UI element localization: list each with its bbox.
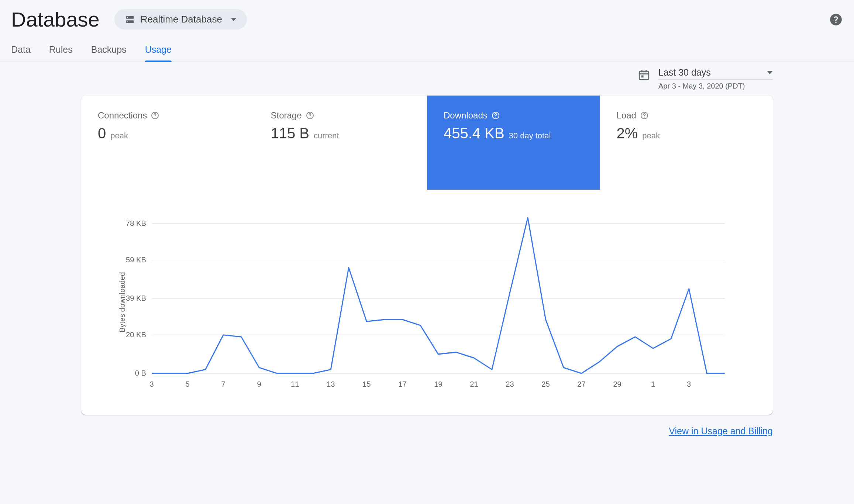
svg-point-2 bbox=[127, 17, 128, 18]
svg-text:0 B: 0 B bbox=[135, 369, 146, 377]
tab-usage[interactable]: Usage bbox=[145, 44, 172, 62]
svg-rect-9 bbox=[641, 75, 644, 77]
svg-text:39 KB: 39 KB bbox=[126, 294, 146, 302]
metric-load[interactable]: Load 2% peak bbox=[600, 96, 773, 190]
svg-text:9: 9 bbox=[257, 380, 261, 388]
metric-value: 2% bbox=[617, 125, 638, 142]
metric-sub: peak bbox=[110, 131, 128, 141]
svg-text:23: 23 bbox=[506, 380, 514, 388]
svg-text:3: 3 bbox=[687, 380, 691, 388]
svg-text:1: 1 bbox=[651, 380, 655, 388]
svg-text:3: 3 bbox=[149, 380, 154, 388]
downloads-chart: Bytes downloaded 0 B20 KB39 KB59 KB78 KB… bbox=[81, 190, 773, 415]
svg-point-3 bbox=[127, 21, 128, 22]
chevron-down-icon bbox=[767, 71, 773, 74]
database-selector-label: Realtime Database bbox=[141, 14, 222, 25]
date-range-picker[interactable]: Last 30 days Apr 3 - May 3, 2020 (PDT) bbox=[638, 67, 773, 90]
usage-card: Connections 0 peak Storage 115 B current bbox=[81, 96, 773, 415]
metric-value: 0 bbox=[98, 125, 106, 142]
tabs: Data Rules Backups Usage bbox=[0, 31, 854, 62]
calendar-icon bbox=[638, 69, 650, 81]
svg-text:20 KB: 20 KB bbox=[126, 330, 146, 339]
svg-text:17: 17 bbox=[398, 380, 406, 388]
svg-text:78 KB: 78 KB bbox=[126, 219, 146, 227]
metric-title: Connections bbox=[98, 110, 147, 121]
metric-connections[interactable]: Connections 0 peak bbox=[81, 96, 254, 190]
metric-value: 455.4 KB bbox=[444, 125, 505, 142]
date-range-label: Last 30 days bbox=[658, 67, 711, 78]
metric-value: 115 B bbox=[271, 125, 310, 142]
svg-text:59 KB: 59 KB bbox=[126, 255, 146, 264]
info-icon[interactable] bbox=[491, 111, 500, 120]
metrics-row: Connections 0 peak Storage 115 B current bbox=[81, 96, 773, 190]
view-usage-billing-link[interactable]: View in Usage and Billing bbox=[669, 426, 773, 436]
tab-data[interactable]: Data bbox=[11, 44, 31, 62]
chevron-down-icon bbox=[231, 18, 237, 21]
chart-ylabel: Bytes downloaded bbox=[118, 272, 127, 332]
page-title: Database bbox=[11, 7, 100, 31]
metric-title: Storage bbox=[271, 110, 302, 121]
metric-title: Load bbox=[617, 110, 636, 121]
metric-sub: peak bbox=[642, 131, 660, 141]
tab-rules[interactable]: Rules bbox=[49, 44, 73, 62]
info-icon[interactable] bbox=[640, 111, 649, 120]
metric-storage[interactable]: Storage 115 B current bbox=[254, 96, 427, 190]
database-icon bbox=[125, 14, 135, 25]
metric-downloads[interactable]: Downloads 455.4 KB 30 day total bbox=[427, 96, 600, 190]
svg-text:13: 13 bbox=[327, 380, 335, 388]
svg-text:5: 5 bbox=[186, 380, 190, 388]
help-icon[interactable] bbox=[829, 13, 843, 27]
svg-text:11: 11 bbox=[291, 380, 299, 388]
svg-text:29: 29 bbox=[613, 380, 621, 388]
info-icon[interactable] bbox=[151, 111, 159, 120]
metric-sub: current bbox=[314, 131, 339, 141]
svg-text:7: 7 bbox=[221, 380, 225, 388]
metric-title: Downloads bbox=[444, 110, 488, 121]
svg-rect-5 bbox=[639, 71, 649, 80]
info-icon[interactable] bbox=[306, 111, 314, 120]
svg-text:25: 25 bbox=[541, 380, 550, 388]
database-selector[interactable]: Realtime Database bbox=[114, 9, 247, 30]
date-range-value: Apr 3 - May 3, 2020 (PDT) bbox=[658, 80, 773, 90]
tab-backups[interactable]: Backups bbox=[91, 44, 127, 62]
svg-text:27: 27 bbox=[577, 380, 585, 388]
svg-text:15: 15 bbox=[362, 380, 371, 388]
metric-sub: 30 day total bbox=[509, 131, 551, 141]
svg-text:19: 19 bbox=[434, 380, 442, 388]
svg-text:21: 21 bbox=[470, 380, 478, 388]
